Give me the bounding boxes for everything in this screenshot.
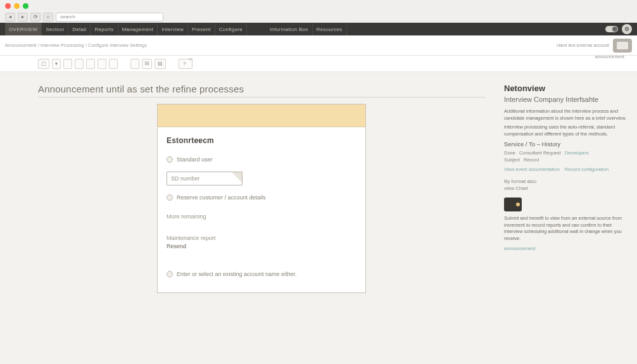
section-more-remaining: More remaining xyxy=(167,213,356,220)
sidebar-meta-2: Subject Record xyxy=(504,157,627,163)
form-card: Estonrteecm Standard user SD number Rese… xyxy=(157,104,366,293)
menu-management[interactable]: Management xyxy=(118,23,158,35)
pill-icon xyxy=(617,42,628,49)
tool-help[interactable]: ? xyxy=(179,59,192,69)
input-placeholder: SD number xyxy=(171,175,200,182)
tool-1[interactable]: ▢ xyxy=(38,59,49,69)
meta-label: Subject xyxy=(504,157,520,163)
menu-resources[interactable]: Resources xyxy=(313,23,347,35)
sidebar-meta-1: Done Consultant Request Developers xyxy=(504,150,627,156)
footnote-text: Enter or select an existing account name… xyxy=(177,271,297,277)
menu-configure[interactable]: Configure xyxy=(215,23,247,35)
meta-value: Consultant Request xyxy=(519,150,561,156)
tool-8[interactable] xyxy=(130,59,139,69)
app-menu-bar: OVERVIEW Section Detail Reports Manageme… xyxy=(0,23,637,35)
sidebar-para-3: Submit and benefit to view from an exter… xyxy=(504,215,627,242)
menu-interview[interactable]: Interview xyxy=(158,23,188,35)
tool-9[interactable]: ₪ xyxy=(142,59,152,69)
sidebar-thumbnail[interactable] xyxy=(504,198,522,211)
menu-present[interactable]: Present xyxy=(188,23,215,35)
form-container: Estonrteecm Standard user SD number Rese… xyxy=(38,104,485,293)
byline-value: view Chart xyxy=(504,185,627,191)
sidebar-byline: By format also view Chart xyxy=(504,179,627,191)
sidebar-para-1: Additional information about the intervi… xyxy=(504,108,627,122)
sidebar-subhead: Service / To – History xyxy=(504,141,627,147)
home-button[interactable]: ⌂ xyxy=(43,13,53,22)
tool-3[interactable] xyxy=(63,59,72,69)
meta-value: Record xyxy=(524,157,539,163)
byline-label: By format also xyxy=(504,179,627,184)
status-pill[interactable] xyxy=(613,39,632,53)
form-body: Estonrteecm Standard user SD number Rese… xyxy=(158,127,365,292)
section-maintenance: Maintenance report Resend xyxy=(167,235,356,249)
tool-7[interactable] xyxy=(109,59,118,69)
link-record-config[interactable]: Record configuration xyxy=(565,166,609,172)
menu-section[interactable]: Section xyxy=(42,23,68,35)
page-title: Announcement until as set the refine pro… xyxy=(38,84,485,97)
sidebar: Netonview Interview Company Interfsahte … xyxy=(504,72,637,364)
sidebar-title: Netonview xyxy=(504,84,627,93)
sd-number-input[interactable]: SD number xyxy=(167,172,243,185)
menu-detail[interactable]: Detail xyxy=(68,23,91,35)
close-window-icon[interactable] xyxy=(5,3,11,9)
menu-reports[interactable]: Reports xyxy=(91,23,118,35)
pill-caption: announcement xyxy=(595,54,624,59)
radio-icon xyxy=(167,156,173,163)
menu-overview[interactable]: OVERVIEW xyxy=(5,23,42,35)
back-button[interactable]: ◂ xyxy=(5,13,15,22)
forward-button[interactable]: ▸ xyxy=(18,13,28,22)
footnote-row: Enter or select an existing account name… xyxy=(167,271,356,277)
tool-2[interactable]: ▾ xyxy=(52,59,61,69)
theme-toggle[interactable] xyxy=(605,26,618,32)
window-chrome xyxy=(0,0,637,11)
sidebar-links: View event documentation Record configur… xyxy=(504,166,627,172)
tool-10[interactable]: ▤ xyxy=(155,59,166,69)
menu-info-box[interactable]: Information Box xyxy=(266,23,313,35)
option-reserve-customer[interactable]: Reserve customer / account details xyxy=(167,194,356,201)
tool-4[interactable] xyxy=(75,59,84,69)
breadcrumb-bar: Announcement / Interview Processing / Co… xyxy=(0,35,637,56)
user-avatar[interactable]: ⚙ xyxy=(622,24,632,34)
client-info-text: client text external account xyxy=(557,43,609,47)
minimize-window-icon[interactable] xyxy=(14,3,20,9)
sidebar-subtitle: Interview Company Interfsahte xyxy=(504,96,627,103)
tool-6[interactable] xyxy=(98,59,106,69)
page-body: Announcement until as set the refine pro… xyxy=(0,72,637,364)
form-header-banner xyxy=(158,104,365,127)
link-view-docs[interactable]: View event documentation xyxy=(504,166,560,172)
breadcrumb: Announcement / Interview Processing / Co… xyxy=(5,43,147,47)
meta-link[interactable]: Developers xyxy=(565,150,589,156)
resend-link[interactable]: Resend xyxy=(167,243,356,249)
tool-5[interactable] xyxy=(86,59,95,69)
sidebar-para-2: Interview processing uses the auto-refer… xyxy=(504,124,627,137)
traffic-lights xyxy=(5,3,28,9)
reload-button[interactable]: ⟳ xyxy=(30,13,41,22)
option-standard-user[interactable]: Standard user xyxy=(167,156,356,163)
sidebar-footer-link[interactable]: announcement xyxy=(504,246,627,251)
main-column: Announcement until as set the refine pro… xyxy=(0,72,504,364)
toolbar: ▢ ▾ ₪ ▤ ? xyxy=(0,56,637,72)
maximize-window-icon[interactable] xyxy=(23,3,28,9)
option-label: Reserve customer / account details xyxy=(177,194,266,201)
maintenance-label: Maintenance report xyxy=(167,235,356,241)
option-label: Standard user xyxy=(177,156,213,163)
browser-toolbar: ◂ ▸ ⟳ ⌂ search xyxy=(0,11,637,23)
meta-label: Done xyxy=(504,150,515,156)
radio-icon xyxy=(167,271,173,277)
form-title: Estonrteecm xyxy=(167,136,356,145)
address-bar[interactable]: search xyxy=(56,13,163,22)
radio-icon xyxy=(167,194,173,201)
